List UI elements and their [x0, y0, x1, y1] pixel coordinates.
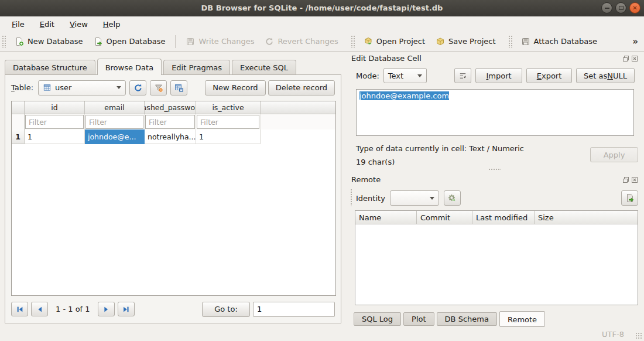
new-database-button[interactable]: New Database	[9, 34, 88, 49]
new-record-button[interactable]: New Record	[205, 80, 265, 96]
identity-select[interactable]	[390, 190, 439, 206]
menu-edit[interactable]: Edit	[34, 18, 60, 30]
maximize-button[interactable]	[615, 2, 626, 13]
row-number[interactable]: 1	[12, 129, 25, 144]
titlebar[interactable]: DB Browser for SQLite - /home/user/code/…	[0, 0, 644, 16]
toolbar-drag-handle[interactable]	[508, 35, 512, 48]
minimize-button[interactable]	[601, 2, 612, 13]
menubar: File Edit View Help	[0, 16, 644, 32]
save-results-button[interactable]	[170, 80, 187, 96]
delete-record-button[interactable]: Delete record	[268, 80, 335, 96]
cell-type-info: Type of data currently in cell: Text / N…	[356, 144, 524, 153]
remote-drag-handle[interactable]	[350, 189, 353, 206]
goto-input[interactable]	[253, 302, 335, 317]
mode-select[interactable]: Text	[383, 68, 427, 83]
save-project-icon	[436, 37, 445, 46]
dock-close-icon[interactable]	[631, 176, 638, 183]
toolbar-drag-handle[interactable]	[351, 35, 355, 48]
browse-data-pane: Table: user New Record Delete record	[5, 74, 341, 323]
open-database-button[interactable]: Open Database	[88, 34, 171, 49]
previous-record-button[interactable]	[31, 302, 48, 316]
tab-remote[interactable]: Remote	[499, 311, 545, 327]
save-project-button[interactable]: Save Project	[430, 34, 501, 49]
table-select-value: user	[55, 83, 71, 92]
edit-cell-dock-buttons	[622, 55, 638, 62]
chevron-down-icon	[117, 86, 121, 89]
tab-edit-pragmas[interactable]: Edit Pragmas	[163, 60, 230, 75]
open-database-icon	[94, 37, 103, 46]
dock-float-icon[interactable]	[622, 55, 629, 62]
tab-execute-sql[interactable]: Execute SQL	[232, 60, 296, 75]
first-record-button[interactable]	[11, 302, 28, 316]
push-database-button[interactable]	[621, 190, 638, 206]
refresh-button[interactable]	[129, 80, 146, 96]
close-button[interactable]: ✕	[629, 2, 640, 13]
filter-input-email[interactable]	[85, 115, 143, 129]
push-database-icon	[625, 193, 635, 203]
window-title: DB Browser for SQLite - /home/user/code/…	[201, 4, 443, 12]
menu-help[interactable]: Help	[97, 18, 126, 30]
toolbar-overflow-button[interactable]: »	[632, 36, 638, 47]
filter-input-id[interactable]	[25, 115, 84, 129]
encoding-indicator[interactable]: UTF-8	[602, 330, 624, 339]
tab-plot[interactable]: Plot	[403, 312, 434, 326]
maximize-icon	[619, 6, 624, 10]
column-header-size[interactable]: Size	[535, 211, 638, 224]
dock-close-icon[interactable]	[631, 55, 638, 62]
column-header-last-modified[interactable]: Last modified	[472, 211, 535, 224]
chevron-down-icon	[430, 197, 434, 200]
toolbar-drag-handle[interactable]	[2, 35, 6, 48]
grid-cell-email-selected[interactable]: johndoe@e...	[85, 129, 145, 144]
tab-sql-log[interactable]: SQL Log	[354, 312, 401, 326]
last-record-button[interactable]	[118, 302, 135, 316]
grid-cell-id[interactable]: 1	[25, 129, 85, 144]
main-toolbar: New Database Open Database Write Changes…	[0, 32, 644, 52]
goto-button[interactable]: Go to:	[202, 302, 250, 317]
identity-settings-button[interactable]	[444, 190, 461, 206]
grid-header-row: id email ashed_passwor is_active	[12, 101, 335, 114]
word-wrap-button[interactable]	[454, 68, 471, 83]
remote-table-header: Name Commit Last modified Size	[355, 211, 638, 224]
open-project-icon	[364, 37, 373, 46]
mode-label: Mode:	[356, 71, 379, 80]
column-header-id[interactable]: id	[25, 101, 85, 114]
tab-browse-data[interactable]: Browse Data	[97, 59, 162, 75]
column-header-is-active[interactable]: is_active	[196, 101, 261, 114]
clear-filter-icon	[154, 83, 163, 93]
write-changes-button: Write Changes	[180, 34, 259, 49]
grid-corner[interactable]	[12, 101, 25, 114]
cell-editor-textarea[interactable]: johndoe@example.com	[356, 89, 634, 136]
import-button[interactable]: Import	[475, 68, 522, 83]
tab-database-structure[interactable]: Database Structure	[5, 60, 95, 75]
last-record-icon	[122, 305, 130, 313]
next-record-button[interactable]	[98, 302, 115, 316]
grid-cell-hashed-password[interactable]: notreallyha...	[145, 129, 196, 144]
table-select[interactable]: user	[38, 80, 126, 96]
new-database-icon	[15, 37, 24, 46]
menu-file[interactable]: File	[6, 18, 30, 30]
menu-view[interactable]: View	[64, 18, 94, 30]
attach-database-button[interactable]: Attach Database	[516, 34, 602, 49]
table-label: Table:	[11, 83, 33, 92]
remote-files-table: Name Commit Last modified Size	[355, 210, 638, 305]
column-header-commit[interactable]: Commit	[417, 211, 472, 224]
dock-float-icon[interactable]	[622, 176, 629, 183]
open-project-button[interactable]: Open Project	[358, 34, 430, 49]
revert-changes-icon	[265, 37, 274, 46]
resize-grip[interactable]	[635, 332, 642, 339]
column-header-email[interactable]: email	[85, 101, 145, 114]
clear-filters-button[interactable]	[150, 80, 167, 96]
dock-splitter-handle[interactable]	[488, 168, 501, 171]
revert-changes-button: Revert Changes	[259, 34, 343, 49]
bottom-dock-tabbar: SQL Log Plot DB Schema Remote	[354, 311, 547, 327]
column-header-hashed-password[interactable]: ashed_passwor	[145, 101, 196, 114]
attach-database-icon	[521, 37, 530, 46]
tab-db-schema[interactable]: DB Schema	[437, 312, 497, 326]
column-header-name[interactable]: Name	[355, 211, 417, 224]
grid-cell-is-active[interactable]: 1	[196, 129, 261, 144]
set-as-null-button[interactable]: Set as NULL	[576, 68, 635, 83]
filter-input-is-active[interactable]	[197, 115, 259, 129]
filter-input-hashed-password[interactable]	[145, 115, 195, 129]
cell-editor-selected-text: johndoe@example.com	[359, 91, 449, 100]
export-button[interactable]: Export	[526, 68, 572, 83]
